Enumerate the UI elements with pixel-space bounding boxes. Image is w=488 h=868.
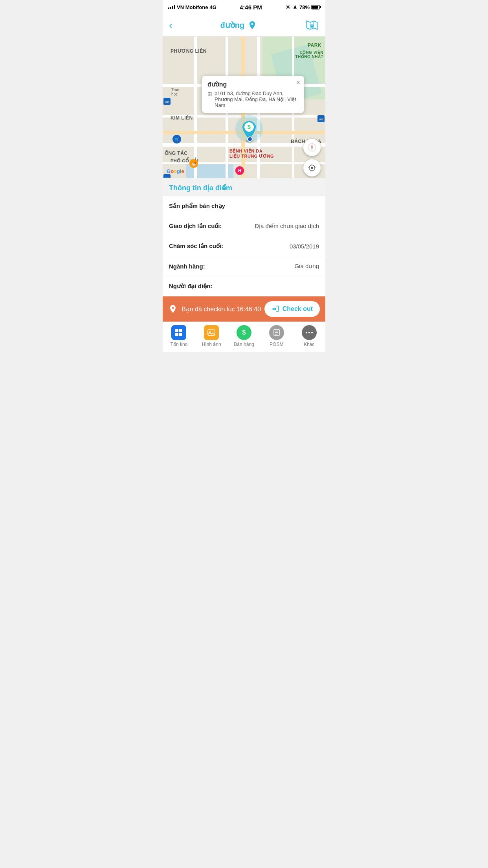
location-popup: × đường ⊞ p101 b3, đường Đào Duy Anh, Ph… [202,76,304,113]
checkout-label: Check out [283,305,313,313]
svg-point-0 [287,6,289,8]
giaodich-value: Địa điểm chưa giao dịch [255,223,319,230]
info-section-title: Thông tin địa điểm [169,184,232,192]
map-label-phuonglien: PHƯƠNG LIÊN [171,48,207,54]
map-label-park: Park [308,42,321,48]
svg-rect-13 [179,329,182,332]
svg-rect-14 [175,333,178,336]
hotel-icon: H [235,166,244,175]
bus-icon-3: 🚌 [163,174,171,178]
network-label: 4G [209,4,216,10]
svg-point-22 [311,332,313,333]
svg-point-20 [306,332,307,333]
checkout-arrow-icon [272,305,279,313]
checkin-bar: Bạn đã checkin lúc 16:46:40 Check out [163,296,325,322]
map-view-icon[interactable] [305,18,319,32]
nav-item-tonkho[interactable]: Tồn kho [163,325,195,347]
time-label: 4:46 PM [240,4,262,11]
carrier-label: VN Mobifone [177,4,208,10]
map-label-congtac: ỒNG TÁC [165,151,188,156]
bus-icon-1: 🚌 [163,98,171,105]
svg-point-21 [308,332,310,333]
popup-address-text: p101 b3, đường Đào Duy Anh, Phương Mai, … [215,90,299,108]
address-icon: ⊞ [207,91,212,97]
checkin-left: Bạn đã checkin lúc 16:46:40 [168,304,261,314]
nav-item-banhang[interactable]: $ Bán hàng [228,325,261,347]
svg-point-2 [251,23,253,25]
popup-close-button[interactable]: × [296,79,300,86]
map-label-congvien: Công viên Thống Nhất [295,50,323,59]
chamsoc-value: 03/05/2019 [290,243,319,250]
nav-item-posm[interactable]: POSM [260,325,293,347]
map-container[interactable]: PHƯƠNG LIÊN KIM LIÊN ỒNG TÁC BÁCH KHOA P… [163,37,325,178]
status-bar: VN Mobifone 4G 4:46 PM 78% [163,0,325,14]
nganhang-label: Ngành hàng: [169,263,205,270]
nav-item-hinhanh[interactable]: Hình ảnh [195,325,228,347]
tonkho-icon [171,325,186,340]
info-section-header: Thông tin địa điểm [163,178,325,196]
tonkho-label: Tồn kho [171,342,188,347]
nganhang-value: Gia dụng [294,263,319,270]
signal-icon [168,5,175,9]
food-icon: 🍜 [189,159,198,168]
info-row-giaodich: Giao dịch lần cuối: Địa điểm chưa giao d… [163,216,325,236]
bottom-nav: Tồn kho Hình ảnh $ Bán hàng POSM [163,322,325,352]
current-location-dot [247,136,253,142]
svg-point-1 [286,5,290,9]
info-row-sanpham: Sản phẩm bán chạy [163,196,325,216]
khac-icon [302,325,317,340]
svg-rect-15 [179,333,182,336]
banhang-label: Bán hàng [234,342,254,347]
shop-icon: 🛒 [172,135,181,143]
info-row-chamsoc: Chăm sóc lần cuối: 03/05/2019 [163,236,325,256]
info-row-nganhang: Ngành hàng: Gia dụng [163,256,325,276]
checkin-pin-icon [168,304,178,314]
hinhanh-icon [204,325,219,340]
sanpham-label: Sản phẩm bán chạy [169,202,225,209]
checkin-text: Bạn đã checkin lúc 16:46:40 [182,305,261,313]
posm-label: POSM [270,342,283,347]
map-label-kimlien: KIM LIÊN [171,115,193,121]
header-title-wrap: đường [220,20,257,30]
hinhanh-label: Hình ảnh [202,342,221,347]
info-section: Thông tin địa điểm Sản phẩm bán chạy Gia… [163,178,325,296]
giaodich-label: Giao dịch lần cuối: [169,223,222,230]
svg-point-7 [311,167,313,169]
svg-rect-12 [175,329,178,332]
banhang-icon: $ [237,325,251,340]
svg-text:$: $ [242,329,246,336]
map-label-benhvien: Bệnh Viện Da Liệu Trung Ương [229,149,274,159]
header-title: đường [220,20,245,30]
posm-icon [269,325,284,340]
popup-title: đường [207,81,299,88]
compass-button[interactable] [303,139,321,156]
status-left: VN Mobifone 4G [168,4,216,10]
battery-percent: 78% [299,4,310,10]
bus-icon-2: 🚌 [317,115,325,122]
header: ‹ đường [163,14,325,37]
svg-text:$: $ [248,124,251,130]
status-right: 78% [285,4,320,10]
popup-address: ⊞ p101 b3, đường Đào Duy Anh, Phương Mai… [207,90,299,108]
location-service-icon [285,4,291,10]
info-table: Sản phẩm bán chạy Giao dịch lần cuối: Đị… [163,196,325,296]
google-logo: Google [167,168,184,174]
back-button[interactable]: ‹ [169,20,172,30]
nav-item-khac[interactable]: Khác [293,325,325,347]
school-label: Truchoc [171,88,179,96]
chamsoc-label: Chăm sóc lần cuối: [169,243,223,250]
header-pin-icon [248,20,257,30]
nguoidaidien-label: Người đại diện: [169,283,212,290]
checkout-button[interactable]: Check out [264,301,320,317]
svg-point-5 [312,25,313,26]
my-location-button[interactable] [303,159,321,177]
info-row-nguoidaidien: Người đại diện: [163,276,325,296]
battery-icon [311,5,320,9]
gps-arrow-icon [292,4,298,10]
map-pin-area: $ [239,119,259,144]
khac-label: Khác [304,342,314,347]
